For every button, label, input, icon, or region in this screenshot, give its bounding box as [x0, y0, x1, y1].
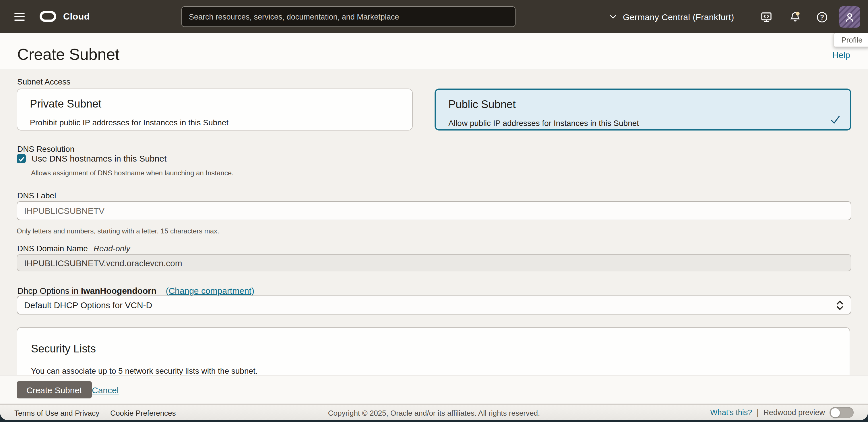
- cloud-logo-label[interactable]: Cloud: [63, 11, 90, 22]
- dns-hostnames-checkbox-label[interactable]: Use DNS hostnames in this Subnet: [32, 154, 166, 163]
- toggle-knob: [830, 408, 840, 417]
- region-selector[interactable]: Germany Central (Frankfurt): [609, 0, 734, 33]
- readonly-note: Read-only: [94, 244, 130, 253]
- subnet-access-label: Subnet Access: [17, 77, 70, 86]
- notification-badge: [796, 12, 800, 16]
- hamburger-menu-icon[interactable]: [14, 12, 25, 21]
- action-bar: Create Subnet Cancel: [0, 375, 868, 404]
- dns-label-label: DNS Label: [17, 191, 56, 200]
- cloud-shell-icon[interactable]: [760, 11, 773, 24]
- search-input[interactable]: [182, 7, 529, 26]
- private-subnet-desc: Prohibit public IP addresses for Instanc…: [30, 118, 400, 127]
- check-icon: [18, 155, 25, 162]
- selected-check-icon: [830, 114, 841, 125]
- region-label: Germany Central (Frankfurt): [623, 12, 734, 22]
- cancel-link[interactable]: Cancel: [92, 385, 119, 395]
- security-lists-title: Security Lists: [31, 343, 836, 355]
- dhcp-options-prefix: Dhcp Options in: [17, 286, 79, 296]
- create-subnet-page: Cloud Germany Central (Frankfurt) ?: [0, 0, 868, 422]
- private-subnet-title: Private Subnet: [30, 98, 400, 110]
- cookie-preferences-link[interactable]: Cookie Preferences: [110, 409, 176, 417]
- change-compartment-link[interactable]: (Change compartment): [166, 286, 254, 296]
- footer-separator: |: [756, 408, 758, 417]
- profile-avatar[interactable]: [839, 6, 860, 28]
- form-content: Subnet Access Private Subnet Prohibit pu…: [0, 70, 868, 375]
- dns-hostnames-checkbox[interactable]: [17, 154, 26, 163]
- redwood-preview-toggle[interactable]: [830, 407, 854, 418]
- dhcp-options-select[interactable]: Default DHCP Options for VCN-D: [17, 296, 851, 314]
- public-subnet-card[interactable]: Public Subnet Allow public IP addresses …: [435, 88, 851, 131]
- page-footer: Terms of Use and Privacy Cookie Preferen…: [0, 404, 868, 420]
- dhcp-options-selected-value: Default DHCP Options for VCN-D: [24, 300, 152, 310]
- dns-resolution-label: DNS Resolution: [17, 144, 74, 153]
- page-title: Create Subnet: [17, 46, 119, 64]
- terms-link[interactable]: Terms of Use and Privacy: [14, 409, 99, 417]
- dns-label-input[interactable]: [17, 201, 851, 220]
- global-search[interactable]: [181, 6, 516, 27]
- security-lists-desc: You can associate up to 5 network securi…: [31, 366, 836, 375]
- oracle-logo-icon[interactable]: [40, 11, 56, 22]
- dhcp-options-label-row: Dhcp Options in IwanHoogendoorn (Change …: [17, 286, 254, 296]
- help-link[interactable]: Help: [832, 50, 850, 60]
- create-subnet-button[interactable]: Create Subnet: [17, 381, 92, 398]
- dhcp-compartment-name: IwanHoogendoorn: [81, 286, 156, 296]
- chevron-down-icon: [609, 12, 618, 21]
- select-stepper-icon: [835, 300, 845, 311]
- page-header: [0, 33, 868, 70]
- private-subnet-card[interactable]: Private Subnet Prohibit public IP addres…: [17, 88, 413, 131]
- security-lists-panel: Security Lists You can associate up to 5…: [17, 327, 850, 375]
- person-icon: [843, 11, 856, 23]
- profile-tooltip: Profile: [834, 33, 868, 47]
- redwood-preview-label: Redwood preview: [763, 408, 825, 417]
- dns-domain-label-row: DNS Domain NameRead-only: [17, 244, 130, 253]
- help-icon[interactable]: ?: [816, 11, 828, 24]
- public-subnet-desc: Allow public IP addresses for Instances …: [448, 118, 838, 128]
- dns-domain-label: DNS Domain Name: [17, 244, 88, 253]
- dns-domain-input: [17, 254, 851, 271]
- top-navigation-bar: Cloud Germany Central (Frankfurt) ?: [0, 0, 868, 33]
- dns-resolution-helper: Allows assignment of DNS hostname when l…: [31, 169, 234, 177]
- public-subnet-title: Public Subnet: [448, 98, 838, 111]
- svg-text:?: ?: [820, 13, 824, 21]
- whats-this-link[interactable]: What's this?: [710, 408, 752, 417]
- dns-label-helper: Only letters and numbers, starting with …: [17, 227, 219, 235]
- notifications-bell-icon[interactable]: [789, 11, 801, 24]
- copyright-text: Copyright © 2025, Oracle and/or its affi…: [328, 409, 540, 417]
